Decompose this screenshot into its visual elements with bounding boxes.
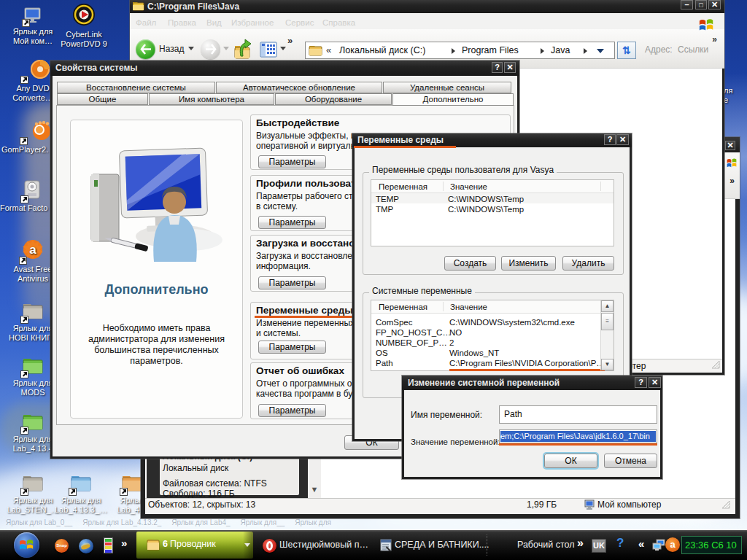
svg-text:a: a: [29, 243, 36, 257]
